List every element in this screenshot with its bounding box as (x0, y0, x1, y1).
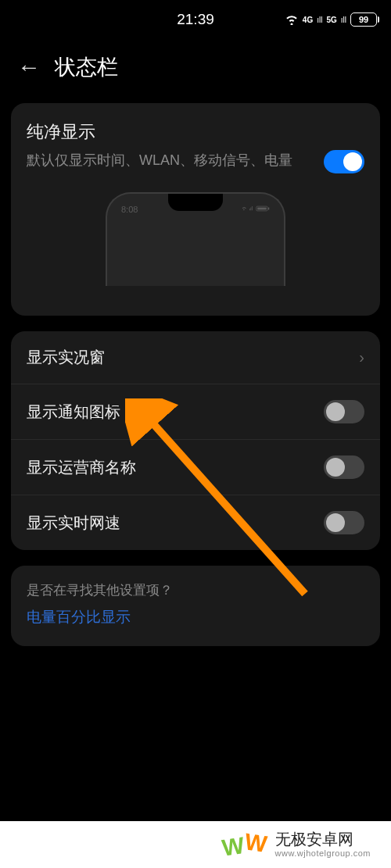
chevron-right-icon: › (359, 348, 364, 366)
notif-icons-toggle[interactable] (324, 400, 364, 423)
row-carrier-name: 显示运营商名称 (11, 439, 380, 495)
battery-icon: 99 (350, 13, 377, 27)
network-4g: 4G (303, 16, 313, 24)
options-card: 显示实况窗 › 显示通知图标 显示运营商名称 显示实时网速 (11, 331, 380, 550)
clean-display-toggle[interactable] (324, 150, 364, 173)
svg-rect-1 (257, 208, 267, 210)
system-status-bar: 21:39 4G ıll 5G ıll 99 (0, 0, 391, 39)
hint-card: 是否在寻找其他设置项？ 电量百分比显示 (11, 566, 380, 646)
network-5g: 5G (326, 16, 336, 24)
back-icon[interactable]: ← (17, 55, 41, 79)
hint-link[interactable]: 电量百分比显示 (27, 607, 364, 627)
logo-icon: WW (222, 831, 267, 858)
svg-rect-2 (268, 208, 269, 210)
footer-brand: 无极安卓网 (275, 830, 371, 848)
footer-url: www.wjhotelgroup.com (275, 848, 371, 859)
row-label: 显示运营商名称 (27, 457, 136, 478)
carrier-name-toggle[interactable] (324, 455, 364, 479)
row-label: 显示通知图标 (27, 402, 120, 423)
status-time: 21:39 (177, 11, 214, 28)
row-label: 显示实时网速 (27, 513, 120, 534)
page-title: 状态栏 (55, 53, 118, 81)
row-net-speed: 显示实时网速 (11, 495, 380, 550)
preview-time: 8:08 (121, 205, 138, 214)
row-notif-icons: 显示通知图标 (11, 384, 380, 439)
wifi-icon (285, 14, 299, 25)
row-live-window[interactable]: 显示实况窗 › (11, 331, 380, 384)
clean-display-card: 纯净显示 默认仅显示时间、WLAN、移动信号、电量 8:08 (11, 103, 380, 316)
preview-status-icons (242, 205, 270, 214)
hint-question: 是否在寻找其他设置项？ (27, 581, 364, 599)
phone-preview: 8:08 (27, 173, 364, 298)
clean-display-desc: 默认仅显示时间、WLAN、移动信号、电量 (27, 150, 314, 171)
watermark-footer: WW 无极安卓网 www.wjhotelgroup.com (0, 821, 391, 868)
row-label: 显示实况窗 (27, 347, 105, 368)
status-right: 4G ıll 5G ıll 99 (285, 13, 377, 27)
notch-icon (168, 194, 223, 211)
clean-display-title: 纯净显示 (27, 120, 364, 144)
page-header: ← 状态栏 (0, 39, 391, 103)
net-speed-toggle[interactable] (324, 511, 364, 534)
